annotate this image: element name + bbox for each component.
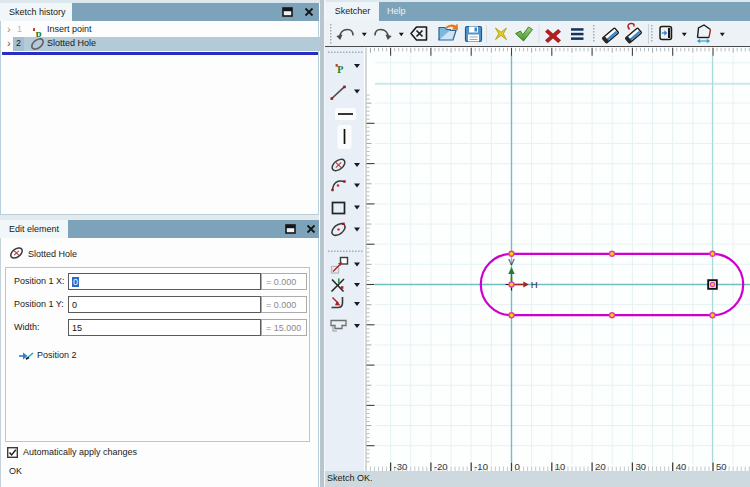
svg-text:50: 50 xyxy=(716,461,727,472)
svg-text:-10: -10 xyxy=(474,461,488,472)
svg-text:10: 10 xyxy=(555,461,566,472)
svg-text:40: 40 xyxy=(676,461,687,472)
svg-text:V: V xyxy=(508,256,515,267)
svg-text:20: 20 xyxy=(595,461,606,472)
svg-text:30: 30 xyxy=(635,461,646,472)
svg-text:0: 0 xyxy=(515,461,520,472)
svg-text:-30: -30 xyxy=(394,461,408,472)
svg-text:-20: -20 xyxy=(434,461,448,472)
svg-text:H: H xyxy=(531,279,538,290)
